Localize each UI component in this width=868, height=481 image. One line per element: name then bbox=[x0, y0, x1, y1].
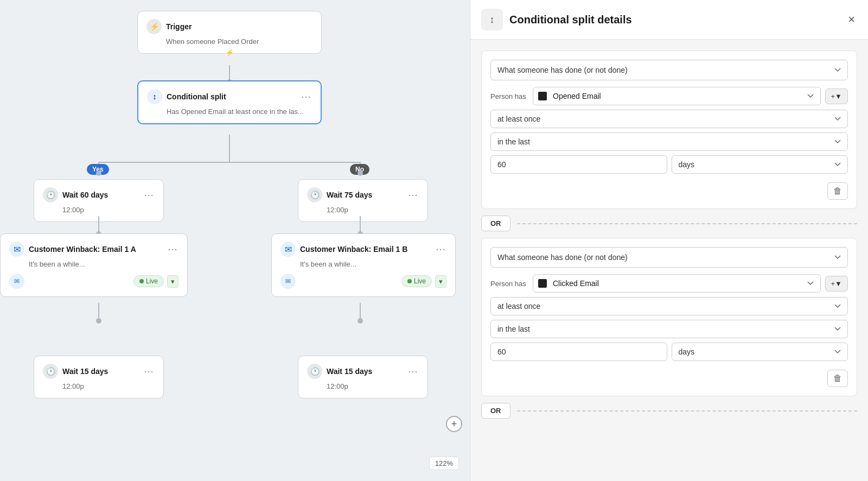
number-input-2[interactable] bbox=[490, 343, 667, 361]
or-btn-1[interactable]: OR bbox=[481, 216, 510, 231]
conn-v-right-3 bbox=[360, 303, 361, 319]
wait-no-1-node: 🕐 Wait 75 days ⋯ 12:00p bbox=[298, 179, 428, 222]
condition-row-1: Person has Opened Email +▼ bbox=[490, 87, 848, 105]
email-yes-1-live: Live bbox=[133, 275, 164, 287]
main-select-2[interactable]: What someone has done (or not done) bbox=[490, 247, 848, 268]
email-no-1-node[interactable]: ✉ Customer Winback: Email 1 B ⋯ It's bee… bbox=[271, 233, 456, 297]
conditional-title: Conditional split bbox=[167, 92, 296, 101]
wait-no-2-menu[interactable]: ⋯ bbox=[407, 364, 419, 378]
panel-split-icon: ↕ bbox=[481, 9, 503, 30]
or-line-2 bbox=[517, 410, 858, 412]
email-yes-1-title: Customer Winback: Email 1 A bbox=[29, 245, 162, 254]
action-select-wrapper-1: Opened Email bbox=[533, 87, 821, 105]
email-yes-icon: ✉ bbox=[9, 242, 24, 257]
add-node-btn[interactable]: + bbox=[446, 416, 462, 432]
person-has-label-2: Person has bbox=[490, 280, 528, 288]
person-has-label-1: Person has bbox=[490, 92, 528, 100]
panel-header: ↕ Conditional split details × bbox=[470, 0, 868, 40]
or-btn-2[interactable]: OR bbox=[481, 403, 510, 419]
wait-yes-1-menu[interactable]: ⋯ bbox=[143, 188, 155, 202]
wait-no-1-icon: 🕐 bbox=[307, 187, 322, 202]
action-select-1[interactable]: Opened Email bbox=[533, 87, 821, 105]
wait-no-2-time: 12:00p bbox=[307, 382, 419, 390]
main-select-1[interactable]: What someone has done (or not done) bbox=[490, 60, 848, 80]
trigger-icon: ⚡ bbox=[146, 19, 162, 34]
dot-left bbox=[96, 170, 101, 176]
conditional-menu-btn[interactable]: ⋯ bbox=[300, 90, 312, 104]
wait-no-1-title: Wait 75 days bbox=[327, 191, 403, 199]
conditional-node[interactable]: ↕ Conditional split ⋯ Has Opened Email a… bbox=[137, 80, 322, 124]
or-line-1 bbox=[517, 223, 858, 224]
delete-btn-1[interactable]: 🗑 bbox=[827, 182, 848, 200]
unit-select-1[interactable]: days bbox=[672, 155, 848, 174]
trigger-title: Trigger bbox=[166, 22, 312, 31]
email-no-1-footer-icon: ✉ bbox=[280, 274, 296, 289]
zoom-indicator: 122% bbox=[429, 457, 459, 470]
conn-v-right-2 bbox=[360, 216, 361, 232]
panel-body: What someone has done (or not done) Pers… bbox=[470, 40, 868, 481]
right-panel: ↕ Conditional split details × What someo… bbox=[470, 0, 868, 481]
condition-block-1: What someone has done (or not done) Pers… bbox=[481, 50, 857, 209]
wait-no-1-time: 12:00p bbox=[307, 206, 419, 214]
email-no-1-title: Customer Winback: Email 1 B bbox=[300, 245, 430, 254]
wait-no-2-node: 🕐 Wait 15 days ⋯ 12:00p bbox=[298, 356, 428, 398]
time-select-1[interactable]: in the last bbox=[490, 132, 848, 151]
conditional-icon: ↕ bbox=[147, 89, 162, 104]
email-no-icon: ✉ bbox=[280, 242, 296, 257]
email-yes-1-desc: It's been a while... bbox=[9, 260, 178, 268]
wait-yes-2-time: 12:00p bbox=[43, 382, 155, 390]
number-row-2: days bbox=[490, 343, 848, 361]
or-divider-2: OR bbox=[481, 403, 857, 419]
frequency-select-2[interactable]: at least once bbox=[490, 297, 848, 315]
wait-yes-2-menu[interactable]: ⋯ bbox=[143, 364, 155, 378]
number-row-1: days bbox=[490, 155, 848, 174]
action-select-wrapper-2: Clicked Email bbox=[533, 274, 821, 293]
email-no-1-live: Live bbox=[401, 275, 432, 287]
condition-row-2: Person has Clicked Email +▼ bbox=[490, 274, 848, 293]
wait-yes-1-time: 12:00p bbox=[43, 206, 155, 214]
dot-right-3 bbox=[358, 318, 363, 324]
wait-yes-2-title: Wait 15 days bbox=[62, 367, 138, 376]
filter-btn-1[interactable]: +▼ bbox=[825, 88, 848, 104]
dot-right bbox=[358, 170, 363, 176]
action-select-2[interactable]: Clicked Email bbox=[533, 274, 821, 293]
dot-left-3 bbox=[96, 318, 101, 324]
email-no-1-live-dropdown[interactable]: ▾ bbox=[435, 275, 446, 288]
number-input-1[interactable] bbox=[490, 155, 667, 174]
filter-btn-2[interactable]: +▼ bbox=[825, 276, 848, 292]
canvas-area: ⚡ Trigger When someone Placed Order ⚡ ↕ … bbox=[0, 0, 470, 481]
unit-select-2[interactable]: days bbox=[672, 343, 848, 361]
wait-yes-1-title: Wait 60 days bbox=[62, 191, 138, 199]
trigger-node: ⚡ Trigger When someone Placed Order ⚡ bbox=[137, 11, 322, 54]
conn-v-left-2 bbox=[98, 216, 99, 232]
wait-yes-2-icon: 🕐 bbox=[43, 364, 58, 379]
wait-no-1-menu[interactable]: ⋯ bbox=[407, 188, 419, 202]
wait-no-2-icon: 🕐 bbox=[307, 364, 322, 379]
wait-yes-1-icon: 🕐 bbox=[43, 187, 58, 202]
time-select-2[interactable]: in the last bbox=[490, 320, 848, 338]
email-yes-1-footer-icon: ✉ bbox=[9, 274, 24, 289]
condition-block-2: What someone has done (or not done) Pers… bbox=[481, 238, 857, 396]
close-panel-btn[interactable]: × bbox=[846, 10, 857, 29]
connector-v2 bbox=[229, 135, 230, 162]
email-yes-1-live-dropdown[interactable]: ▾ bbox=[167, 275, 178, 288]
email-no-1-desc: It's been a while... bbox=[280, 260, 446, 268]
email-no-1-menu[interactable]: ⋯ bbox=[435, 242, 446, 256]
delete-btn-2[interactable]: 🗑 bbox=[827, 370, 848, 387]
frequency-select-1[interactable]: at least once bbox=[490, 110, 848, 128]
email-yes-1-node[interactable]: ✉ Customer Winback: Email 1 A ⋯ It's bee… bbox=[0, 233, 188, 297]
email-yes-1-menu[interactable]: ⋯ bbox=[167, 242, 178, 256]
trigger-description: When someone Placed Order bbox=[146, 37, 312, 46]
conditional-description: Has Opened Email at least once in the la… bbox=[147, 107, 312, 116]
connector-h1 bbox=[98, 162, 360, 163]
or-divider-1: OR bbox=[481, 216, 857, 231]
conn-v-left-3 bbox=[98, 303, 99, 319]
wait-no-2-title: Wait 15 days bbox=[327, 367, 403, 376]
wait-yes-2-node: 🕐 Wait 15 days ⋯ 12:00p bbox=[34, 356, 164, 398]
panel-title: Conditional split details bbox=[509, 14, 839, 26]
